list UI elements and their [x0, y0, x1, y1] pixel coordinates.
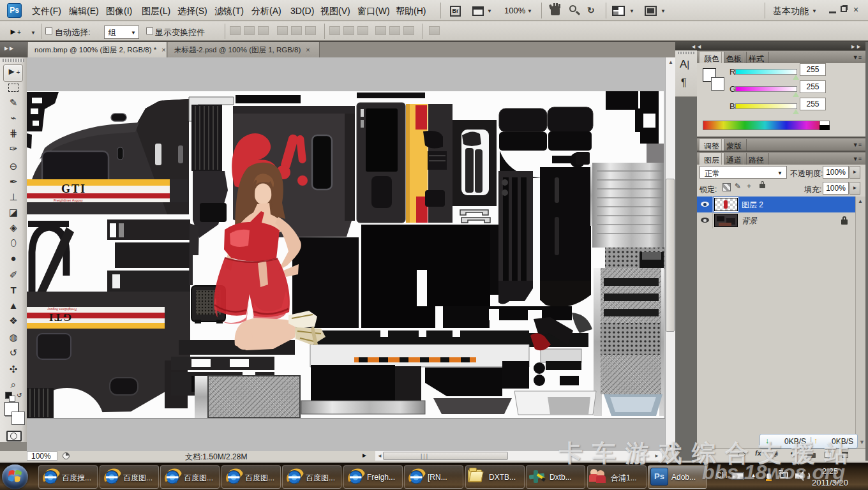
svg-text:GTI: GTI [61, 182, 86, 195]
svg-text:Freightliner Argosy: Freightliner Argosy [47, 308, 77, 311]
svg-text:GTI: GTI [48, 311, 71, 323]
svg-text:Freightliner Argosy: Freightliner Argosy [54, 198, 83, 202]
